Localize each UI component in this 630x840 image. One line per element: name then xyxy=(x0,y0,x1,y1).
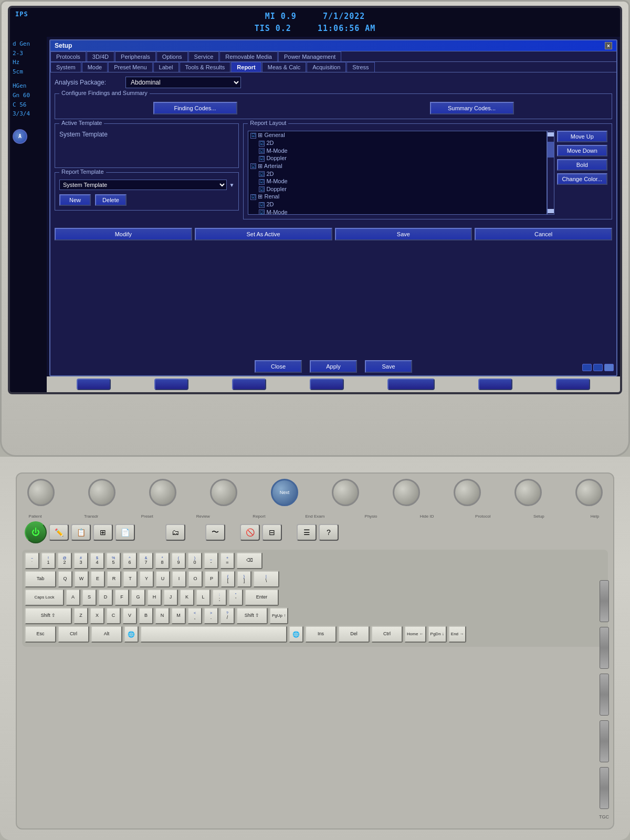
key-e[interactable]: E xyxy=(90,571,105,587)
key-r[interactable]: R xyxy=(107,571,121,587)
tree-item-mmode-1[interactable]: ☑ M-Mode xyxy=(248,147,546,155)
key-del[interactable]: Del xyxy=(338,626,370,643)
tab-meas-calc[interactable]: Meas & Calc xyxy=(262,62,306,72)
key-backslash[interactable]: |\ xyxy=(253,571,279,587)
tree-item-doppler-2[interactable]: ☑ Doppler xyxy=(248,185,546,193)
key-tilde[interactable]: ~` xyxy=(25,552,39,569)
key-x[interactable]: X xyxy=(90,607,104,624)
key-l[interactable]: L xyxy=(196,589,211,606)
key-4[interactable]: $4 xyxy=(90,552,104,569)
transdr-icon-btn[interactable]: 📋 xyxy=(71,524,91,541)
key-u[interactable]: U xyxy=(155,571,170,587)
report-layout-tree[interactable]: ☑ ⊞ General ☑ 2D ☑ M-Mode xyxy=(248,131,547,215)
tgc-slider-4[interactable] xyxy=(600,720,609,762)
key-slash[interactable]: ?/ xyxy=(220,607,235,624)
key-c[interactable]: C xyxy=(106,607,121,624)
key-v[interactable]: V xyxy=(122,607,137,624)
key-7[interactable]: &7 xyxy=(139,552,153,569)
key-j[interactable]: J xyxy=(163,589,178,606)
tree-item-mmode-2[interactable]: ☑ M-Mode xyxy=(248,177,546,185)
tree-item-2d-3[interactable]: ☑ 2D xyxy=(248,201,546,208)
move-down-button[interactable]: Move Down xyxy=(557,145,607,156)
knob-3[interactable] xyxy=(149,479,176,506)
key-q[interactable]: Q xyxy=(58,571,72,587)
key-alt[interactable]: Alt xyxy=(91,626,122,643)
hw-btn-3[interactable] xyxy=(232,379,266,390)
knob-5[interactable] xyxy=(332,479,359,506)
key-pgup[interactable]: PgUp ↑ xyxy=(269,607,288,624)
tgc-slider-2[interactable] xyxy=(600,627,609,669)
hw-btn-7[interactable] xyxy=(556,379,590,390)
tab-options[interactable]: Options xyxy=(156,51,188,61)
key-end[interactable]: End → xyxy=(448,626,466,643)
key-z[interactable]: Z xyxy=(74,607,88,624)
key-1[interactable]: !1 xyxy=(41,552,56,569)
key-p[interactable]: P xyxy=(204,571,219,587)
key-d[interactable]: D xyxy=(98,589,113,606)
key-8[interactable]: *8 xyxy=(155,552,170,569)
knob-9[interactable] xyxy=(575,479,603,506)
move-up-button[interactable]: Move Up xyxy=(557,131,607,142)
physio-icon-btn[interactable]: 〜 xyxy=(205,524,225,541)
knob-7[interactable] xyxy=(454,479,481,506)
tab-peripherals[interactable]: Peripherals xyxy=(115,51,156,61)
tree-item-doppler-1[interactable]: ☑ Doppler xyxy=(248,154,546,162)
hw-btn-6[interactable] xyxy=(478,379,512,390)
review-icon-btn[interactable]: 📄 xyxy=(115,524,135,541)
key-b[interactable]: B xyxy=(139,607,153,624)
setup-icon-btn[interactable]: ☰ xyxy=(297,524,317,541)
summary-codes-button[interactable]: Summary Codes... xyxy=(430,102,514,114)
key-g[interactable]: G xyxy=(131,589,145,606)
key-home[interactable]: Home ← xyxy=(404,626,426,643)
knob-1[interactable] xyxy=(27,479,55,506)
key-y[interactable]: Y xyxy=(139,571,154,587)
hw-btn-4[interactable] xyxy=(310,379,344,390)
key-semicolon[interactable]: :; xyxy=(212,589,227,606)
end-exam-icon-btn[interactable]: 🗂 xyxy=(165,524,185,541)
tab-service[interactable]: Service xyxy=(188,51,219,61)
tree-item-2d-2[interactable]: ☑ 2D xyxy=(248,170,546,178)
knob-8[interactable] xyxy=(514,479,542,506)
key-capslock[interactable]: Caps Lock xyxy=(25,589,64,606)
tab-power-management[interactable]: Power Management xyxy=(278,51,341,61)
tab-report[interactable]: Report xyxy=(231,62,261,72)
key-w[interactable]: W xyxy=(74,571,89,587)
change-color-button[interactable]: Change Color... xyxy=(557,173,607,185)
tgc-slider-5[interactable] xyxy=(600,767,609,809)
key-f[interactable]: F xyxy=(114,589,129,606)
tgc-slider-1[interactable] xyxy=(600,580,609,622)
key-backspace[interactable]: ⌫ xyxy=(236,552,262,569)
key-space[interactable] xyxy=(140,626,287,643)
tgc-slider-3[interactable] xyxy=(600,674,609,716)
key-9[interactable]: (9 xyxy=(171,552,186,569)
tree-scrollbar[interactable] xyxy=(547,131,554,215)
delete-template-button[interactable]: Delete xyxy=(95,194,127,206)
key-n[interactable]: N xyxy=(155,607,170,624)
tree-item-arterial[interactable]: ☑ ⊞ Arterial xyxy=(248,162,546,170)
key-s[interactable]: S xyxy=(82,589,97,606)
key-rbracket[interactable]: }] xyxy=(237,571,251,587)
key-k[interactable]: K xyxy=(180,589,194,606)
tab-stress[interactable]: Stress xyxy=(346,62,374,72)
key-lbracket[interactable]: {[ xyxy=(220,571,235,587)
help-icon-btn[interactable]: ? xyxy=(319,524,339,541)
modify-button[interactable]: Modify xyxy=(55,228,192,240)
set-as-active-button[interactable]: Set As Active xyxy=(195,228,332,240)
key-0[interactable]: )0 xyxy=(187,552,202,569)
key-pgdn[interactable]: PgDn ↓ xyxy=(428,626,447,643)
key-comma[interactable]: <, xyxy=(187,607,202,624)
key-i[interactable]: I xyxy=(172,571,186,587)
patient-icon-btn[interactable]: ✏️ xyxy=(49,524,69,541)
key-t[interactable]: T xyxy=(123,571,138,587)
close-button[interactable]: Close xyxy=(255,360,302,373)
key-quote[interactable]: "' xyxy=(228,589,243,606)
key-2[interactable]: @2 xyxy=(57,552,72,569)
finding-codes-button[interactable]: Finding Codes... xyxy=(153,102,237,114)
tab-mode[interactable]: Mode xyxy=(82,62,108,72)
tab-removable-media[interactable]: Removable Media xyxy=(219,51,278,61)
knob-4[interactable] xyxy=(210,479,237,506)
key-o[interactable]: O xyxy=(188,571,203,587)
key-3[interactable]: #3 xyxy=(74,552,88,569)
key-minus[interactable]: _- xyxy=(204,552,218,569)
tree-item-2d-1[interactable]: ☑ 2D xyxy=(248,139,546,147)
